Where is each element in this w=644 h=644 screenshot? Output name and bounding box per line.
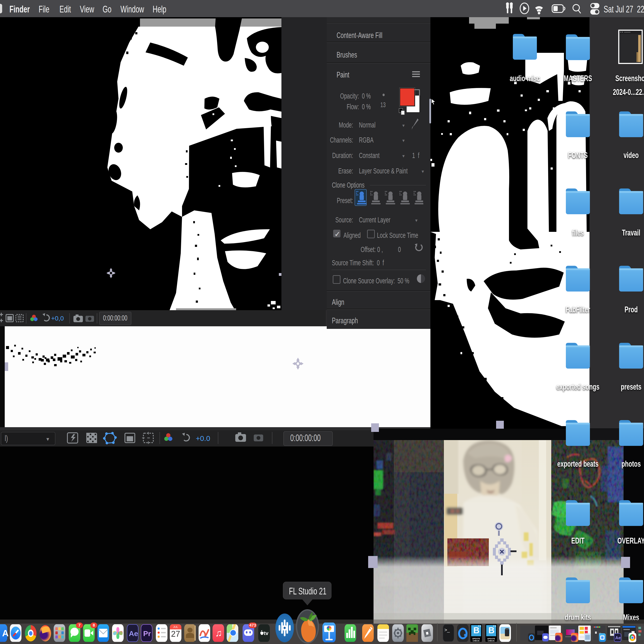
- svg-text:+0.0: +0.0: [196, 434, 210, 442]
- svg-text:+0,0: +0,0: [51, 315, 64, 322]
- svg-text:tv: tv: [264, 630, 269, 636]
